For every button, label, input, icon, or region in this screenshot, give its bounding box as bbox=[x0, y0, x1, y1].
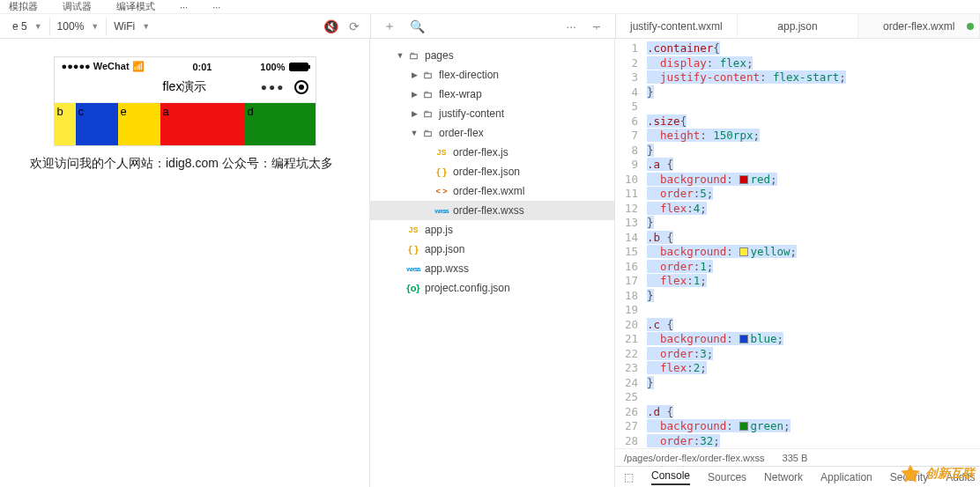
line-number: 25 bbox=[615, 390, 647, 405]
code-line[interactable]: 21 background: blue; bbox=[615, 332, 980, 347]
code-line[interactable]: 17 flex:1; bbox=[615, 274, 980, 289]
file-tree[interactable]: ▼🗀pages▶🗀flex-direction▶🗀flex-wrap▶🗀just… bbox=[370, 39, 615, 487]
devtools-tab[interactable]: Security bbox=[890, 471, 928, 483]
code-line[interactable]: 26.d { bbox=[615, 405, 980, 420]
color-swatch-icon bbox=[739, 422, 748, 431]
code-line[interactable]: 10 background: red; bbox=[615, 173, 980, 188]
code-line[interactable]: 13} bbox=[615, 216, 980, 231]
code-line[interactable]: 7 height: 150rpx; bbox=[615, 129, 980, 144]
editor-tab[interactable]: app.json bbox=[738, 14, 859, 38]
capsule-close-icon[interactable] bbox=[294, 80, 308, 94]
mute-icon[interactable]: 🔇 bbox=[323, 19, 338, 33]
code-line[interactable]: 20.c { bbox=[615, 318, 980, 333]
code-line[interactable]: 5 bbox=[615, 100, 980, 114]
editor-tab[interactable]: order-flex.wxml bbox=[858, 14, 980, 38]
twist-icon[interactable]: ▼ bbox=[409, 129, 419, 137]
code-line[interactable]: 19 bbox=[615, 303, 980, 318]
status-time: 0:01 bbox=[192, 62, 212, 72]
line-number: 23 bbox=[615, 361, 647, 376]
code-line[interactable]: 23 flex:2; bbox=[615, 361, 980, 376]
tree-label: order-flex.wxml bbox=[453, 185, 524, 197]
inspect-icon[interactable]: ⬚ bbox=[624, 471, 634, 483]
battery-icon bbox=[289, 63, 308, 71]
zoom-select[interactable]: 100%▼ bbox=[50, 17, 108, 36]
code-line[interactable]: 14.b { bbox=[615, 231, 980, 246]
editor-status-bar: /pages/order-flex/order-flex.wxss 335 B bbox=[615, 448, 980, 466]
code-line[interactable]: 9.a { bbox=[615, 158, 980, 173]
twist-icon[interactable]: ▼ bbox=[395, 51, 405, 60]
page-title: flex演示 bbox=[163, 79, 207, 95]
twist-icon[interactable]: ▶ bbox=[409, 109, 419, 118]
tree-item[interactable]: ▶🗀flex-direction bbox=[370, 65, 614, 85]
line-number: 12 bbox=[615, 202, 647, 217]
twist-icon[interactable]: ▶ bbox=[409, 90, 419, 99]
menu-item[interactable]: ··· bbox=[212, 2, 220, 12]
line-number: 8 bbox=[615, 144, 647, 159]
tree-item[interactable]: JSorder-flex.js bbox=[370, 143, 614, 162]
more-icon[interactable]: ··· bbox=[566, 19, 576, 33]
code-line[interactable]: 11 order:5; bbox=[615, 187, 980, 202]
line-number: 28 bbox=[615, 434, 647, 449]
tree-item[interactable]: ▼🗀pages bbox=[370, 46, 614, 65]
rotate-icon[interactable]: ⟳ bbox=[349, 19, 360, 33]
code-line[interactable]: 3 justify-content: flex-start; bbox=[615, 70, 980, 85]
tree-item[interactable]: wxssapp.wxss bbox=[370, 259, 614, 278]
code-line[interactable]: 15 background: yellow; bbox=[615, 245, 980, 260]
capsule-menu-icon[interactable]: ●●● bbox=[261, 81, 286, 93]
code-line[interactable]: 12 flex:4; bbox=[615, 202, 980, 217]
tree-label: justify-content bbox=[439, 107, 504, 120]
line-number: 15 bbox=[615, 245, 647, 260]
color-swatch-icon bbox=[739, 335, 748, 343]
devtools-tab[interactable]: Application bbox=[820, 471, 872, 483]
code-line[interactable]: 27 background: green; bbox=[615, 419, 980, 434]
tree-item[interactable]: wxssorder-flex.wxss bbox=[370, 201, 614, 220]
tree-item[interactable]: { }order-flex.json bbox=[370, 162, 614, 181]
tree-label: flex-wrap bbox=[439, 88, 482, 100]
device-select[interactable]: e 5▼ bbox=[5, 17, 50, 36]
new-tab-button[interactable]: ＋ bbox=[383, 18, 396, 34]
tree-label: project.config.json bbox=[425, 282, 510, 294]
editor-tab[interactable]: justify-content.wxml bbox=[616, 14, 738, 38]
tree-item[interactable]: ▼🗀order-flex bbox=[370, 123, 614, 143]
flex-block: c bbox=[76, 103, 118, 145]
devtools-tab[interactable]: Console bbox=[651, 469, 690, 485]
tree-item[interactable]: ▶🗀flex-wrap bbox=[370, 85, 614, 104]
twist-icon[interactable]: ▶ bbox=[409, 70, 419, 79]
network-select[interactable]: WiFi▼ bbox=[107, 17, 157, 36]
devtools-tab[interactable]: Network bbox=[764, 471, 803, 483]
devtools-tabs: ⬚ConsoleSourcesNetworkApplicationSecurit… bbox=[615, 466, 980, 487]
menu-item[interactable]: ··· bbox=[180, 2, 188, 12]
tree-item[interactable]: { }app.json bbox=[370, 240, 614, 259]
menu-item[interactable]: 模拟器 bbox=[9, 0, 38, 13]
code-line[interactable]: 28 order:32; bbox=[615, 434, 980, 449]
code-line[interactable]: 22 order:3; bbox=[615, 347, 980, 362]
menu-item[interactable]: 编译模式 bbox=[116, 0, 155, 13]
split-icon[interactable]: ⫟ bbox=[590, 19, 603, 33]
flex-block: e bbox=[118, 103, 160, 145]
tree-label: app.wxss bbox=[425, 262, 469, 275]
tree-item[interactable]: ▶🗀justify-content bbox=[370, 104, 614, 123]
code-line[interactable]: 2 display: flex; bbox=[615, 56, 980, 71]
code-line[interactable]: 6.size{ bbox=[615, 114, 980, 129]
line-number: 20 bbox=[615, 318, 647, 333]
tree-item[interactable]: JSapp.js bbox=[370, 220, 614, 240]
code-line[interactable]: 24} bbox=[615, 376, 980, 391]
code-line[interactable]: 25 bbox=[615, 390, 980, 405]
code-line[interactable]: 18} bbox=[615, 289, 980, 304]
menu-item[interactable]: 调试器 bbox=[63, 0, 92, 13]
code-line[interactable]: 4} bbox=[615, 85, 980, 100]
folder-icon: 🗀 bbox=[419, 128, 435, 138]
code-line[interactable]: 1.container{ bbox=[615, 41, 980, 56]
code-line[interactable]: 8} bbox=[615, 144, 980, 159]
tree-item[interactable]: < >order-flex.wxml bbox=[370, 181, 614, 201]
search-icon[interactable]: 🔍 bbox=[410, 19, 425, 33]
devtools-tab[interactable]: Audits bbox=[946, 471, 975, 483]
line-number: 4 bbox=[615, 85, 647, 100]
tab-label: app.json bbox=[777, 20, 817, 33]
devtools-tab[interactable]: Sources bbox=[708, 471, 746, 483]
code-area[interactable]: 1.container{2 display: flex;3 justify-co… bbox=[615, 39, 980, 448]
tree-item[interactable]: {o}project.config.json bbox=[370, 278, 614, 298]
code-line[interactable]: 16 order:1; bbox=[615, 260, 980, 275]
folder-icon: 🗀 bbox=[419, 70, 435, 80]
line-number: 14 bbox=[615, 231, 647, 246]
